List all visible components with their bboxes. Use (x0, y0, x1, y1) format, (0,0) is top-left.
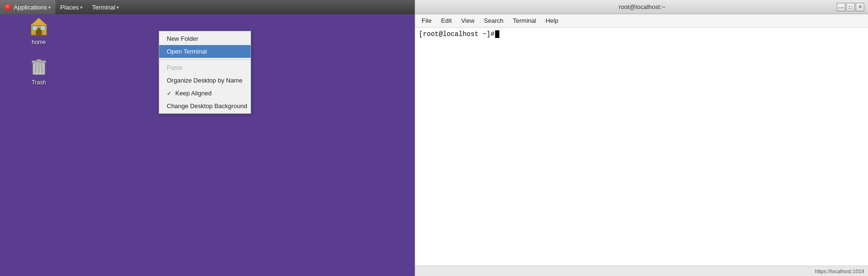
terminal-window: root@localhost:~ — □ ✕ File Edit View Se… (415, 0, 868, 276)
minimize-button[interactable]: — (837, 3, 845, 11)
tmenu-view[interactable]: View (456, 16, 479, 26)
terminal-prompt-line: [root@localhost ~]# (419, 30, 864, 38)
context-menu: New Folder Open Terminal Paste Organize … (159, 31, 251, 114)
menu-separator-1 (159, 59, 251, 60)
terminal-menubar: File Edit View Search Terminal Help (415, 14, 868, 28)
desktop[interactable]: Applications ▾ Places ▾ Terminal ▾ home (0, 0, 415, 276)
window-controls: — □ ✕ (837, 3, 864, 11)
terminal-taskbar-label: Terminal (92, 4, 115, 11)
terminal-content[interactable]: [root@localhost ~]# (415, 28, 868, 266)
cursor-block (495, 30, 499, 38)
trash-icon-image (27, 55, 50, 77)
trash-label: Trash (32, 79, 46, 86)
close-button[interactable]: ✕ (856, 3, 864, 11)
tmenu-edit[interactable]: Edit (436, 16, 456, 26)
menu-paste: Paste (159, 61, 251, 74)
svg-rect-7 (36, 59, 41, 61)
taskbar-terminal[interactable]: Terminal ▾ (87, 0, 124, 14)
places-label: Places (60, 4, 79, 11)
home-svg (28, 15, 49, 36)
menu-organize[interactable]: Organize Desktop by Name (159, 74, 251, 87)
menu-new-folder[interactable]: New Folder (159, 32, 251, 45)
applications-arrow-icon: ▾ (48, 5, 51, 10)
terminal-arrow-icon: ▾ (117, 5, 119, 10)
trash-svg (28, 55, 49, 76)
tmenu-terminal[interactable]: Terminal (508, 16, 541, 26)
svg-marker-1 (30, 18, 48, 26)
check-icon: ✓ (167, 90, 173, 97)
prompt-text: [root@localhost ~]# (419, 30, 495, 38)
terminal-statusbar: https://localhost:1019 (415, 266, 868, 276)
home-label: home (32, 39, 46, 46)
maximize-button[interactable]: □ (846, 3, 855, 11)
menu-change-bg[interactable]: Change Desktop Background (159, 100, 251, 112)
svg-rect-4 (41, 26, 45, 30)
applications-label: Applications (14, 4, 47, 11)
home-icon-image (27, 14, 50, 37)
tmenu-file[interactable]: File (417, 16, 436, 26)
taskbar-applications[interactable]: Applications ▾ (0, 0, 55, 14)
places-arrow-icon: ▾ (80, 5, 82, 10)
taskbar: Applications ▾ Places ▾ Terminal ▾ (0, 0, 415, 14)
home-icon-desktop[interactable]: home (20, 14, 58, 46)
redhat-icon (5, 4, 11, 10)
tmenu-help[interactable]: Help (541, 16, 563, 26)
svg-rect-3 (33, 26, 37, 30)
menu-keep-aligned[interactable]: ✓ Keep Aligned (159, 87, 251, 100)
tmenu-search[interactable]: Search (479, 16, 508, 26)
statusbar-text: https://localhost:1019 (815, 268, 864, 274)
terminal-title: root@localhost:~ (447, 3, 837, 10)
keep-aligned-label: Keep Aligned (175, 90, 212, 97)
terminal-titlebar: root@localhost:~ — □ ✕ (415, 0, 868, 14)
menu-open-terminal[interactable]: Open Terminal (159, 45, 251, 58)
taskbar-places[interactable]: Places ▾ (55, 0, 87, 14)
trash-icon-desktop[interactable]: Trash (20, 55, 58, 86)
